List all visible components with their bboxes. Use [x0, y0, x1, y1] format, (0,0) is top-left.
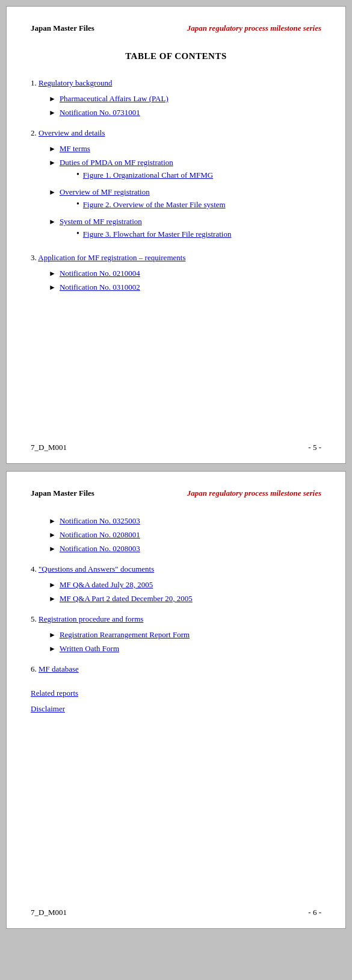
toc-item-3: 3. Application for MF registration – req…: [31, 253, 321, 263]
toc-section-3: 3. Application for MF registration – req…: [31, 253, 321, 292]
toc-item-4: 4. "Questions and Answers" documents: [31, 564, 321, 574]
toc-sub-item-2-4: ► System of MF registration • Figure 3. …: [49, 217, 321, 242]
arrow-icon-cont-3: ►: [49, 545, 56, 554]
sub-link-2-1[interactable]: MF terms: [60, 144, 90, 154]
arrow-icon-1-2: ►: [49, 108, 56, 117]
page-2: Japan Master Files Japan regulatory proc…: [6, 471, 346, 929]
toc-sub-item-3-2: ► Notification No. 0310002: [49, 282, 321, 292]
toc-sub-item-3-1: ► Notification No. 0210004: [49, 269, 321, 278]
toc-sub-item-5-2: ► Written Oath Form: [49, 644, 321, 654]
bullet-link-2-3-1[interactable]: Figure 2. Overview of the Master File sy…: [83, 200, 226, 210]
related-reports-link[interactable]: Related reports: [31, 688, 78, 698]
bullet-item-2-2-1: • Figure 1. Organizational Chart of MFMG: [76, 170, 213, 180]
sub-link-5-2[interactable]: Written Oath Form: [60, 644, 119, 654]
sub-link-cont-1[interactable]: Notification No. 0325003: [60, 516, 140, 526]
toc-sub-item-4-2: ► MF Q&A Part 2 dated December 20, 2005: [49, 594, 321, 604]
sub-link-3-2[interactable]: Notification No. 0310002: [60, 282, 140, 292]
bullet-item-2-3-1: • Figure 2. Overview of the Master File …: [76, 200, 226, 210]
bullet-link-2-4-1[interactable]: Figure 3. Flowchart for Master File regi…: [83, 229, 232, 239]
toc-sub-item-1-1: ► Pharmaceutical Affairs Law (PAL): [49, 94, 321, 104]
toc-section-5: 5. Registration procedure and forms ► Re…: [31, 614, 321, 654]
section-number-2: 2.: [31, 128, 39, 137]
toc-sub-list-4: ► MF Q&A dated July 28, 2005 ► MF Q&A Pa…: [49, 580, 321, 604]
arrow-icon-cont-1: ►: [49, 517, 56, 526]
bullet-item-2-4-1: • Figure 3. Flowchart for Master File re…: [76, 229, 232, 239]
sub-link-2-3[interactable]: Overview of MF registration: [60, 187, 150, 196]
footer-left-1: 7_D_M001: [31, 443, 67, 452]
arrow-icon-2-1: ►: [49, 145, 56, 154]
sub-link-4-1[interactable]: MF Q&A dated July 28, 2005: [60, 580, 153, 590]
bullet-list-2-3: • Figure 2. Overview of the Master File …: [76, 200, 226, 210]
section-number-6: 6.: [31, 664, 39, 673]
toc-sub-list-cont: ► Notification No. 0325003 ► Notificatio…: [49, 516, 321, 554]
toc-sub-item-cont-1: ► Notification No. 0325003: [49, 516, 321, 526]
toc-sub-list-3: ► Notification No. 0210004 ► Notificatio…: [49, 269, 321, 292]
sub-link-5-1[interactable]: Registration Rearrangement Report Form: [60, 630, 190, 640]
sub-link-4-2[interactable]: MF Q&A Part 2 dated December 20, 2005: [60, 594, 193, 604]
page-1-header: Japan Master Files Japan regulatory proc…: [31, 23, 321, 33]
section-number-3: 3.: [31, 253, 38, 262]
page-2-header: Japan Master Files Japan regulatory proc…: [31, 488, 321, 498]
sub-link-cont-2[interactable]: Notification No. 0208001: [60, 530, 140, 540]
toc-section-cont: ► Notification No. 0325003 ► Notificatio…: [31, 516, 321, 554]
arrow-icon-2-4: ►: [49, 217, 56, 226]
arrow-icon-cont-2: ►: [49, 531, 56, 540]
toc-sub-item-5-1: ► Registration Rearrangement Report Form: [49, 630, 321, 640]
section-link-4[interactable]: "Questions and Answers" documents: [39, 564, 154, 573]
toc-item-1: 1. Regulatory background: [31, 78, 321, 88]
section-link-1[interactable]: Regulatory background: [39, 78, 112, 87]
header-right-1: Japan regulatory process milestone serie…: [187, 23, 321, 33]
bullet-list-2-4: • Figure 3. Flowchart for Master File re…: [76, 229, 232, 239]
toc-sub-list-1: ► Pharmaceutical Affairs Law (PAL) ► Not…: [49, 94, 321, 117]
sub-link-1-2[interactable]: Notification No. 0731001: [60, 108, 140, 117]
arrow-icon-2-3: ►: [49, 188, 56, 197]
arrow-icon-4-2: ►: [49, 595, 56, 604]
sub-link-1-1[interactable]: Pharmaceutical Affairs Law (PAL): [60, 94, 168, 104]
toc-sub-item-1-2: ► Notification No. 0731001: [49, 108, 321, 117]
disclaimer-link[interactable]: Disclaimer: [31, 704, 65, 713]
toc-section-2: 2. Overview and details ► MF terms ► Dut…: [31, 128, 321, 242]
page-2-footer: 7_D_M001 - 6 -: [31, 908, 321, 917]
toc-sub-item-2-3: ► Overview of MF registration • Figure 2…: [49, 187, 321, 213]
toc-sub-list-5: ► Registration Rearrangement Report Form…: [49, 630, 321, 654]
toc-sub-item-cont-2: ► Notification No. 0208001: [49, 530, 321, 540]
page-1-footer: 7_D_M001 - 5 -: [31, 443, 321, 452]
footer-left-2: 7_D_M001: [31, 908, 67, 917]
disclaimer-section: Disclaimer: [31, 704, 321, 714]
arrow-icon-4-1: ►: [49, 581, 56, 590]
section-number-5: 5.: [31, 614, 39, 623]
toc-section-6: 6. MF database: [31, 664, 321, 674]
sub-link-3-1[interactable]: Notification No. 0210004: [60, 269, 140, 278]
bullet-icon-2-4-1: •: [76, 229, 79, 239]
arrow-icon-5-2: ►: [49, 644, 56, 654]
bullet-link-2-2-1[interactable]: Figure 1. Organizational Chart of MFMG: [83, 170, 213, 180]
arrow-icon-5-1: ►: [49, 631, 56, 640]
toc-section-4: 4. "Questions and Answers" documents ► M…: [31, 564, 321, 604]
section-number-1: 1.: [31, 78, 39, 87]
toc-sub-item-4-1: ► MF Q&A dated July 28, 2005: [49, 580, 321, 590]
toc-title: TABLE OF CONTENTS: [31, 51, 321, 61]
sub-link-cont-3[interactable]: Notification No. 0208003: [60, 544, 140, 554]
bullet-icon-2-3-1: •: [76, 199, 79, 209]
related-reports-section: Related reports: [31, 688, 321, 698]
toc-sub-list-2: ► MF terms ► Duties of PMDA on MF regist…: [49, 144, 321, 242]
section-link-2[interactable]: Overview and details: [39, 128, 105, 137]
arrow-icon-1-1: ►: [49, 95, 56, 104]
header-left-1: Japan Master Files: [31, 23, 94, 33]
toc-sub-item-2-2: ► Duties of PMDA on MF registration • Fi…: [49, 158, 321, 183]
bullet-list-2-2: • Figure 1. Organizational Chart of MFMG: [76, 170, 213, 180]
toc-sub-item-2-1: ► MF terms: [49, 144, 321, 154]
section-number-4: 4.: [31, 564, 39, 573]
page-1: Japan Master Files Japan regulatory proc…: [6, 6, 346, 464]
bullet-icon-2-2-1: •: [76, 170, 79, 179]
toc-sub-item-cont-3: ► Notification No. 0208003: [49, 544, 321, 554]
toc-item-5: 5. Registration procedure and forms: [31, 614, 321, 624]
footer-right-1: - 5 -: [308, 443, 321, 452]
header-right-2: Japan regulatory process milestone serie…: [187, 488, 321, 498]
sub-link-2-4[interactable]: System of MF registration: [60, 217, 142, 226]
section-link-6[interactable]: MF database: [39, 664, 79, 673]
section-link-3[interactable]: Application for MF registration – requir…: [38, 253, 185, 262]
toc-section-1: 1. Regulatory background ► Pharmaceutica…: [31, 78, 321, 117]
sub-link-2-2[interactable]: Duties of PMDA on MF registration: [60, 158, 173, 167]
section-link-5[interactable]: Registration procedure and forms: [39, 614, 143, 623]
